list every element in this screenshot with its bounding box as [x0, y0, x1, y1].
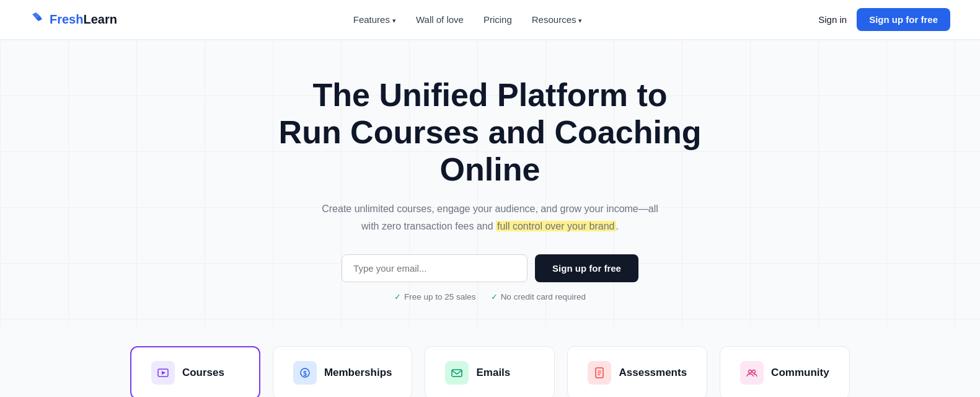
nav-pricing[interactable]: Pricing — [483, 14, 512, 25]
hero-section: The Unified Platform to Run Courses and … — [0, 40, 980, 397]
courses-icon — [151, 361, 175, 385]
trust-badge-card: ✓ No credit card required — [491, 292, 586, 301]
nav-links: Features Wall of love Pricing Resources — [353, 14, 583, 25]
svg-point-9 — [749, 370, 752, 373]
logo[interactable]: FreshLearn — [30, 11, 117, 29]
memberships-icon: $ — [293, 361, 317, 385]
checkmark-icon-1: ✓ — [394, 292, 401, 301]
signin-button[interactable]: Sign in — [818, 14, 847, 25]
feature-card-community[interactable]: Community — [720, 346, 850, 397]
feature-card-emails[interactable]: Emails — [425, 346, 555, 397]
community-label: Community — [771, 367, 829, 379]
courses-label: Courses — [182, 367, 224, 379]
logo-text: FreshLearn — [50, 12, 117, 27]
hero-title: The Unified Platform to Run Courses and … — [255, 77, 726, 188]
svg-rect-4 — [452, 370, 462, 377]
checkmark-icon-2: ✓ — [491, 292, 498, 301]
community-icon — [740, 361, 764, 385]
nav-features[interactable]: Features — [353, 14, 396, 25]
email-input[interactable] — [342, 254, 528, 282]
navbar-actions: Sign in Sign up for free — [818, 8, 950, 31]
trust-badges: ✓ Free up to 25 sales ✓ No credit card r… — [394, 292, 586, 301]
logo-icon — [30, 11, 45, 29]
feature-cards-section: Courses $ Memberships E — [0, 326, 980, 397]
signup-hero-button[interactable]: Sign up for free — [535, 254, 638, 282]
nav-wall-of-love[interactable]: Wall of love — [416, 14, 464, 25]
navbar: FreshLearn Features Wall of love Pricing… — [0, 0, 980, 40]
hero-content: The Unified Platform to Run Courses and … — [0, 40, 980, 326]
feature-card-courses[interactable]: Courses — [130, 346, 260, 397]
memberships-label: Memberships — [324, 367, 392, 379]
nav-resources[interactable]: Resources — [532, 14, 583, 25]
highlight-text: full control over your brand — [496, 221, 616, 231]
assessments-label: Assessments — [619, 367, 687, 379]
assessments-icon — [588, 361, 611, 385]
hero-subtitle: Create unlimited courses, engage your au… — [317, 200, 664, 234]
trust-badge-sales: ✓ Free up to 25 sales — [394, 292, 476, 301]
emails-label: Emails — [476, 367, 510, 379]
email-cta-row: Sign up for free — [342, 254, 638, 282]
feature-cards-list: Courses $ Memberships E — [30, 346, 950, 397]
signup-nav-button[interactable]: Sign up for free — [857, 8, 950, 31]
feature-card-memberships[interactable]: $ Memberships — [273, 346, 413, 397]
resources-chevron-icon — [578, 14, 582, 25]
svg-point-10 — [753, 370, 756, 373]
svg-text:$: $ — [303, 370, 307, 377]
feature-card-assessments[interactable]: Assessments — [567, 346, 707, 397]
emails-icon — [445, 361, 469, 385]
features-chevron-icon — [392, 14, 396, 25]
svg-marker-1 — [162, 371, 166, 375]
